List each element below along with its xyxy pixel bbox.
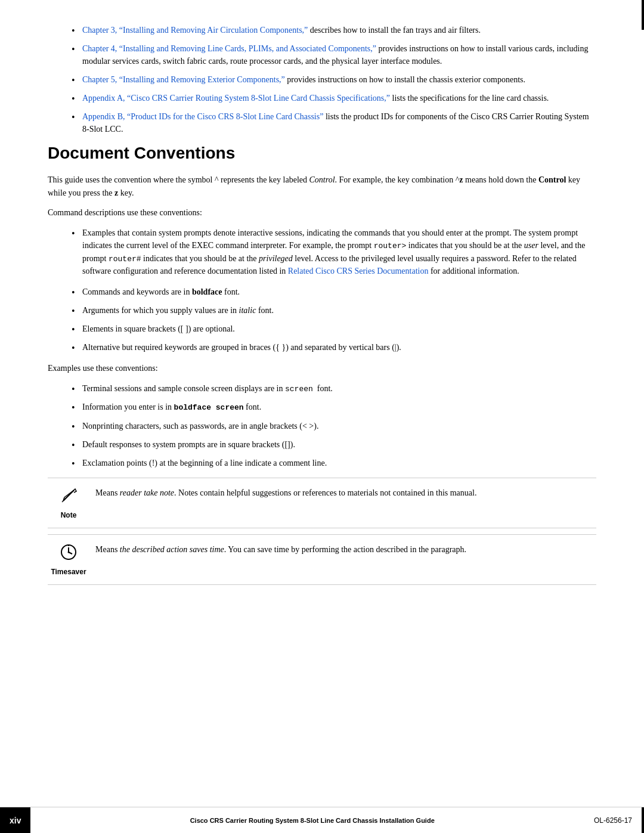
cmd-text1: Examples that contain system prompts den… <box>82 228 585 275</box>
boldface-screen-code: boldface screen <box>174 403 244 412</box>
list-item: Terminal sessions and sample console scr… <box>72 382 596 395</box>
note-italic: reader take note <box>120 488 174 497</box>
ex-screen-text: Terminal sessions and sample console scr… <box>82 384 333 393</box>
list-item: Examples that contain system prompts den… <box>72 227 596 277</box>
list-item: Exclamation points (!) at the beginning … <box>72 457 596 469</box>
svg-line-2 <box>64 490 74 497</box>
section-heading: Document Conventions <box>48 144 596 163</box>
intro-text1c: means hold down the <box>463 175 538 184</box>
italic-user: user <box>524 241 538 250</box>
ex-angle-text: Nonprinting characters, such as password… <box>82 422 318 431</box>
intro-paragraph: This guide uses the convention where the… <box>48 174 596 199</box>
pencil-icon <box>60 487 78 504</box>
intro-text1e: key. <box>118 188 134 197</box>
ex-boldface-text: Information you enter is in boldface scr… <box>82 402 261 411</box>
boldface-label: boldface <box>192 287 222 296</box>
list-item: Alternative but required keywords are gr… <box>72 341 596 354</box>
cmd-bold-text: Commands and keywords are in boldface fo… <box>82 287 240 296</box>
list-item: Chapter 5, “Installing and Removing Exte… <box>72 73 596 86</box>
list-item: Nonprinting characters, such as password… <box>72 420 596 432</box>
timesaver-text2: . You can save time by performing the ac… <box>224 545 466 554</box>
footer: xiv Cisco CRS Carrier Routing System 8-S… <box>0 807 644 833</box>
italic-label: italic <box>239 306 256 315</box>
footer-doc-title: Cisco CRS Carrier Routing System 8-Slot … <box>30 817 593 824</box>
list-item: Arguments for which you supply values ar… <box>72 304 596 317</box>
ex-exclamation-text: Exclamation points (!) at the beginning … <box>82 459 327 467</box>
list-item: Chapter 4, “Installing and Removing Line… <box>72 42 596 67</box>
command-bullet-list2: Commands and keywords are in boldface fo… <box>48 286 596 354</box>
chapter3-text: describes how to install the fan trays a… <box>308 26 481 35</box>
note-label: Note <box>61 511 77 519</box>
timesaver-box: Timesaver Means the described action sav… <box>48 534 596 585</box>
list-item: Chapter 3, “Installing and Removing Air … <box>72 24 596 36</box>
svg-point-7 <box>68 551 70 553</box>
note-text2: . Notes contain helpful suggestions or r… <box>174 488 476 497</box>
top-border-mark <box>642 0 644 30</box>
appendixA-text: lists the specifications for the line ca… <box>390 94 549 103</box>
command-desc-label: Command descriptions use these conventio… <box>48 206 596 219</box>
page: Chapter 3, “Installing and Removing Air … <box>0 0 644 833</box>
timesaver-text: Means <box>95 545 120 554</box>
chapter3-link[interactable]: Chapter 3, “Installing and Removing Air … <box>82 26 308 35</box>
timesaver-label: Timesaver <box>51 568 86 576</box>
code-screen: screen <box>285 385 313 394</box>
footer-doc-number: OL-6256-17 <box>594 816 642 825</box>
cmd-italic-text: Arguments for which you supply values ar… <box>82 306 274 315</box>
command-bullet-list: Examples that contain system prompts den… <box>48 227 596 277</box>
examples-bullet-list: Terminal sessions and sample console scr… <box>48 382 596 469</box>
intro-text1: This guide uses the convention where the… <box>48 175 309 184</box>
intro-bold2: Control <box>538 175 566 184</box>
chapter4-link[interactable]: Chapter 4, “Installing and Removing Line… <box>82 44 376 53</box>
note-icon <box>60 487 78 509</box>
list-item: Commands and keywords are in boldface fo… <box>72 286 596 298</box>
footer-right-border <box>642 807 644 834</box>
intro-italic1: Control <box>309 175 335 184</box>
content-area: Chapter 3, “Installing and Removing Air … <box>48 24 596 627</box>
list-item: Appendix B, “Product IDs for the Cisco C… <box>72 110 596 135</box>
code-router-hash: router# <box>109 255 141 264</box>
appendixB-link[interactable]: Appendix B, “Product IDs for the Cisco C… <box>82 112 323 121</box>
timesaver-content: Means the described action saves time. Y… <box>95 543 596 556</box>
svg-line-3 <box>62 501 63 502</box>
timesaver-icon-col: Timesaver <box>48 543 95 576</box>
clock-icon <box>60 543 78 561</box>
examples-label: Examples use these conventions: <box>48 362 596 375</box>
list-item: Default responses to system prompts are … <box>72 438 596 451</box>
chapter5-link[interactable]: Chapter 5, “Installing and Removing Exte… <box>82 75 285 84</box>
timesaver-italic: the described action saves time <box>120 545 224 554</box>
appendixA-link[interactable]: Appendix A, “Cisco CRS Carrier Routing S… <box>82 94 390 103</box>
footer-page-label: xiv <box>0 807 30 834</box>
cmd-brackets-text: Elements in square brackets ([ ]) are op… <box>82 324 235 333</box>
chapter5-text: provides instructions on how to install … <box>285 75 525 84</box>
note-content: Means reader take note. Notes contain he… <box>95 487 596 500</box>
list-item: Elements in square brackets ([ ]) are op… <box>72 323 596 335</box>
list-item: Information you enter is in boldface scr… <box>72 401 596 414</box>
code-router: router> <box>374 241 407 250</box>
note-text: Means <box>95 488 120 497</box>
related-docs-link[interactable]: Related Cisco CRS Series Documentation <box>288 267 429 275</box>
top-bullet-list: Chapter 3, “Installing and Removing Air … <box>48 24 596 135</box>
list-item: Appendix A, “Cisco CRS Carrier Routing S… <box>72 92 596 104</box>
note-box: Note Means reader take note. Notes conta… <box>48 478 596 528</box>
ex-square-text: Default responses to system prompts are … <box>82 440 295 449</box>
timesaver-icon <box>60 543 78 565</box>
cmd-braces-text: Alternative but required keywords are gr… <box>82 343 401 352</box>
note-icon-col: Note <box>48 487 95 519</box>
italic-privileged: privileged <box>259 254 293 263</box>
intro-text1b: . For example, the key combination ^ <box>335 175 460 184</box>
